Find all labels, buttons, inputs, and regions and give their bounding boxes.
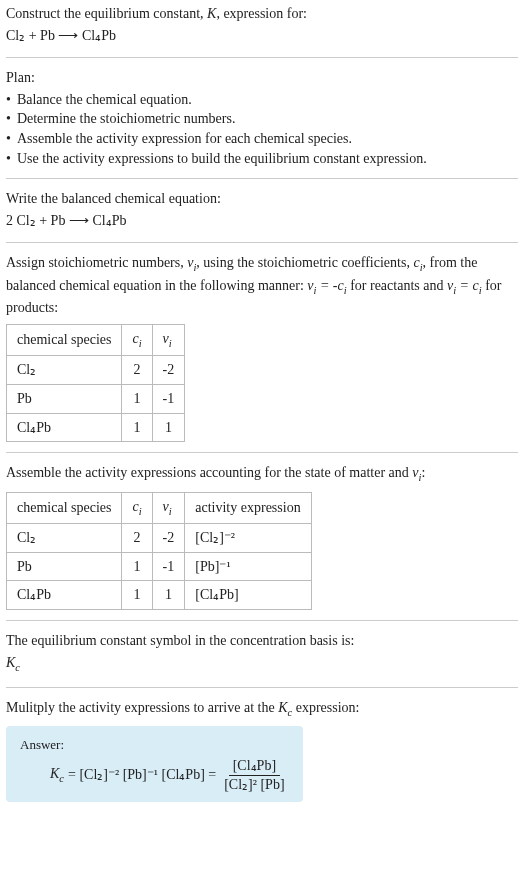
stoich-intro: Assign stoichiometric numbers, νi, using…	[6, 253, 518, 318]
table-row: Cl₄Pb 1 1 [Cl₄Pb]	[7, 581, 312, 610]
section-activity: Assemble the activity expressions accoun…	[6, 452, 518, 620]
col-ci: ci	[122, 324, 152, 355]
plan-bullet-1-text: Balance the chemical equation.	[17, 90, 192, 110]
col-nui: νi	[152, 492, 185, 523]
table-header-row: chemical species ci νi	[7, 324, 185, 355]
section-multiply: Mulitply the activity expressions to arr…	[6, 687, 518, 812]
plan-bullet-2: •Determine the stoichiometric numbers.	[6, 109, 518, 129]
intro-text-a: Construct the equilibrium constant,	[6, 6, 207, 21]
cell-activity: [Pb]⁻¹	[185, 552, 311, 581]
cell-species: Cl₄Pb	[7, 413, 122, 442]
cell-ci: 1	[122, 413, 152, 442]
cell-ci: 2	[122, 356, 152, 385]
cell-activity: [Cl₂]⁻²	[185, 524, 311, 553]
stoich-intro-a: Assign stoichiometric numbers,	[6, 255, 187, 270]
cell-nui: -1	[152, 552, 185, 581]
col-ci: ci	[122, 492, 152, 523]
activity-intro-a: Assemble the activity expressions accoun…	[6, 465, 412, 480]
col-species: chemical species	[7, 492, 122, 523]
cell-nui: 1	[152, 581, 185, 610]
symbol-c-i: ci	[413, 255, 422, 270]
stoich-intro-b: , using the stoichiometric coefficients,	[196, 255, 413, 270]
stoich-intro-d: for reactants and	[347, 278, 447, 293]
activity-intro: Assemble the activity expressions accoun…	[6, 463, 518, 485]
bullet-dot: •	[6, 129, 11, 149]
fraction-numerator: [Cl₄Pb]	[229, 759, 280, 776]
symbol-line: The equilibrium constant symbol in the c…	[6, 631, 518, 651]
intro-reaction: Cl₂ + Pb ⟶ Cl₄Pb	[6, 26, 518, 46]
answer-box: Answer: Kc = [Cl₂]⁻² [Pb]⁻¹ [Cl₄Pb] = [C…	[6, 726, 303, 801]
bullet-dot: •	[6, 109, 11, 129]
balanced-equation: 2 Cl₂ + Pb ⟶ Cl₄Pb	[6, 211, 518, 231]
plan-bullet-3: •Assemble the activity expression for ea…	[6, 129, 518, 149]
plan-bullet-1: •Balance the chemical equation.	[6, 90, 518, 110]
table-row: Cl₂ 2 -2 [Cl₂]⁻²	[7, 524, 312, 553]
cell-ci: 1	[122, 581, 152, 610]
activity-intro-b: :	[421, 465, 425, 480]
table-row: Cl₄Pb 1 1	[7, 413, 185, 442]
answer-eq-left: = [Cl₂]⁻² [Pb]⁻¹ [Cl₄Pb] =	[68, 765, 216, 785]
plan-bullet-4-text: Use the activity expressions to build th…	[17, 149, 427, 169]
fraction-denominator: [Cl₂]² [Pb]	[220, 776, 288, 792]
plan-title: Plan:	[6, 68, 518, 88]
cell-ci: 1	[122, 552, 152, 581]
cell-ci: 2	[122, 524, 152, 553]
answer-equation: Kc = [Cl₂]⁻² [Pb]⁻¹ [Cl₄Pb] = [Cl₄Pb] [C…	[20, 759, 289, 792]
cell-nui: 1	[152, 413, 185, 442]
cell-species: Pb	[7, 552, 122, 581]
cell-species: Cl₂	[7, 356, 122, 385]
symbol-K: K	[207, 6, 216, 21]
cell-activity: [Cl₄Pb]	[185, 581, 311, 610]
table-row: Cl₂ 2 -2	[7, 356, 185, 385]
plan-bullet-2-text: Determine the stoichiometric numbers.	[17, 109, 236, 129]
table-header-row: chemical species ci νi activity expressi…	[7, 492, 312, 523]
multiply-intro-a: Mulitply the activity expressions to arr…	[6, 700, 278, 715]
bullet-dot: •	[6, 90, 11, 110]
answer-fraction: [Cl₄Pb] [Cl₂]² [Pb]	[220, 759, 288, 792]
symbol-kc: Kc	[6, 653, 518, 675]
cell-species: Cl₂	[7, 524, 122, 553]
cell-species: Cl₄Pb	[7, 581, 122, 610]
intro-line: Construct the equilibrium constant, K, e…	[6, 4, 518, 24]
symbol-kc-inline: Kc	[278, 700, 292, 715]
table-row: Pb 1 -1 [Pb]⁻¹	[7, 552, 312, 581]
symbol-kc-answer: Kc	[50, 764, 64, 786]
answer-label: Answer:	[20, 736, 289, 754]
plan-bullet-4: •Use the activity expressions to build t…	[6, 149, 518, 169]
col-activity: activity expression	[185, 492, 311, 523]
col-species: chemical species	[7, 324, 122, 355]
section-stoich: Assign stoichiometric numbers, νi, using…	[6, 242, 518, 452]
cell-ci: 1	[122, 384, 152, 413]
section-symbol: The equilibrium constant symbol in the c…	[6, 620, 518, 687]
plan-bullet-3-text: Assemble the activity expression for eac…	[17, 129, 352, 149]
bullet-dot: •	[6, 149, 11, 169]
cell-nui: -2	[152, 524, 185, 553]
col-nui: νi	[152, 324, 185, 355]
section-intro: Construct the equilibrium constant, K, e…	[6, 4, 518, 57]
section-balanced: Write the balanced chemical equation: 2 …	[6, 178, 518, 242]
eq-reactants: νi = -ci	[307, 278, 346, 293]
stoich-table: chemical species ci νi Cl₂ 2 -2 Pb 1 -1 …	[6, 324, 185, 442]
section-plan: Plan: •Balance the chemical equation. •D…	[6, 57, 518, 178]
intro-text-b: , expression for:	[216, 6, 307, 21]
table-row: Pb 1 -1	[7, 384, 185, 413]
multiply-intro-b: expression:	[292, 700, 359, 715]
cell-nui: -1	[152, 384, 185, 413]
multiply-intro: Mulitply the activity expressions to arr…	[6, 698, 518, 720]
eq-products: νi = ci	[447, 278, 482, 293]
activity-table: chemical species ci νi activity expressi…	[6, 492, 312, 610]
cell-species: Pb	[7, 384, 122, 413]
balanced-intro: Write the balanced chemical equation:	[6, 189, 518, 209]
symbol-nu-i: νi	[187, 255, 196, 270]
cell-nui: -2	[152, 356, 185, 385]
